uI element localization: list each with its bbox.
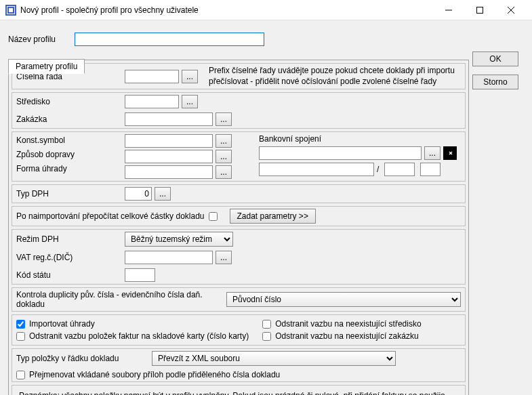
forma-uhrady-input[interactable] (125, 165, 213, 179)
rezim-dph-label: Režim DPH (16, 234, 125, 244)
typ-dph-browse[interactable]: ... (155, 187, 171, 201)
panel-parametry: Číselná řada ... Prefix číselné řady uvá… (8, 60, 469, 395)
duplicity-select[interactable]: Původní číslo (226, 292, 461, 307)
odstranit-zakazku-option[interactable]: Odstranit vazbu na neexistující zakázku (262, 330, 461, 342)
bank-input-3[interactable] (384, 163, 415, 176)
stredisko-input[interactable] (125, 95, 179, 108)
forma-uhrady-browse[interactable]: ... (216, 165, 232, 179)
odstranit-stredisko-checkbox[interactable] (262, 320, 271, 329)
odstranit-vazbu-karty-option[interactable]: Odstranit vazbu položek faktur na sklado… (16, 330, 249, 342)
rezim-dph-select[interactable]: Běžný tuzemský režim (125, 232, 233, 247)
konst-symbol-input[interactable] (125, 134, 213, 148)
prejmenovat-label: Přejmenovat vkládané soubory příloh podl… (29, 370, 280, 379)
forma-uhrady-label: Forma úhrady (16, 164, 125, 173)
titlebar: Nový profil - společný profil pro všechn… (0, 0, 532, 20)
typ-polozky-label: Typ položky v řádku dokladu (16, 354, 152, 363)
minimize-button[interactable] (433, 0, 464, 20)
konst-symbol-label: Konst.symbol (16, 136, 125, 145)
bank-clear-button[interactable] (443, 146, 457, 160)
odstranit-stredisko-option[interactable]: Odstranit vazbu na neexistující středisk… (262, 318, 461, 330)
bank-input-2[interactable] (259, 163, 374, 176)
close-button[interactable] (495, 0, 527, 20)
recalc-checkbox[interactable] (209, 212, 218, 221)
bank-input-4[interactable] (420, 163, 441, 176)
bank-browse[interactable]: ... (424, 146, 441, 160)
zpusob-dopravy-label: Způsob dopravy (16, 150, 125, 159)
typ-dph-input[interactable] (125, 187, 152, 201)
bankovni-spojeni-label: Bankovní spojení (259, 134, 457, 144)
zakazka-label: Zakázka (16, 115, 125, 124)
stredisko-label: Středisko (16, 97, 125, 106)
ciselna-rada-input[interactable] (125, 70, 179, 83)
window-title: Nový profil - společný profil pro všechn… (20, 5, 433, 15)
ciselna-rada-browse[interactable]: ... (182, 70, 198, 83)
vat-reg-input[interactable] (125, 251, 213, 264)
ok-button[interactable]: OK (472, 51, 518, 66)
recalc-label: Po naimportování přepočítat celkové část… (16, 211, 205, 221)
bank-input-1[interactable] (259, 146, 422, 160)
profile-name-input[interactable] (75, 33, 264, 46)
note-text: Poznámka: všechny položky nemusí být v p… (12, 386, 465, 395)
duplicity-label: Kontrola duplicity pův. čísla - evidenčn… (16, 290, 226, 309)
kod-statu-input[interactable] (125, 268, 155, 282)
import-uhrady-checkbox[interactable] (16, 320, 25, 329)
profile-name-label: Název profilu (8, 35, 75, 44)
zpusob-dopravy-input[interactable] (125, 150, 213, 163)
vat-reg-label: VAT reg.č.(DIČ) (16, 253, 125, 262)
cancel-button[interactable]: Storno (472, 75, 518, 89)
zakazka-browse[interactable]: ... (216, 112, 232, 126)
import-uhrady-option[interactable]: Importovat úhrady (16, 318, 249, 330)
prejmenovat-checkbox[interactable] (16, 371, 25, 379)
zakazka-input[interactable] (125, 112, 213, 126)
typ-dph-label: Typ DPH (16, 189, 125, 199)
stredisko-browse[interactable]: ... (182, 95, 198, 108)
svg-rect-1 (8, 7, 14, 13)
bank-slash: / (377, 165, 379, 174)
app-icon (5, 5, 16, 16)
typ-polozky-select[interactable]: Převzít z XML souboru (152, 351, 396, 366)
maximize-button[interactable] (464, 0, 495, 20)
zadat-parametry-button[interactable]: Zadat parametry >> (230, 209, 316, 224)
tab-parametry-profilu[interactable]: Parametry profilu (8, 59, 85, 74)
odstranit-zakazku-checkbox[interactable] (262, 332, 271, 341)
ciselna-rada-help: Prefix číselné řady uvádějte pouze pokud… (209, 66, 461, 87)
kod-statu-label: Kód státu (16, 270, 125, 280)
svg-rect-3 (477, 7, 483, 13)
zpusob-dopravy-browse[interactable]: ... (216, 150, 232, 163)
odstranit-vazbu-karty-checkbox[interactable] (16, 332, 25, 341)
konst-symbol-browse[interactable]: ... (216, 134, 232, 148)
vat-reg-browse[interactable]: ... (216, 251, 232, 264)
